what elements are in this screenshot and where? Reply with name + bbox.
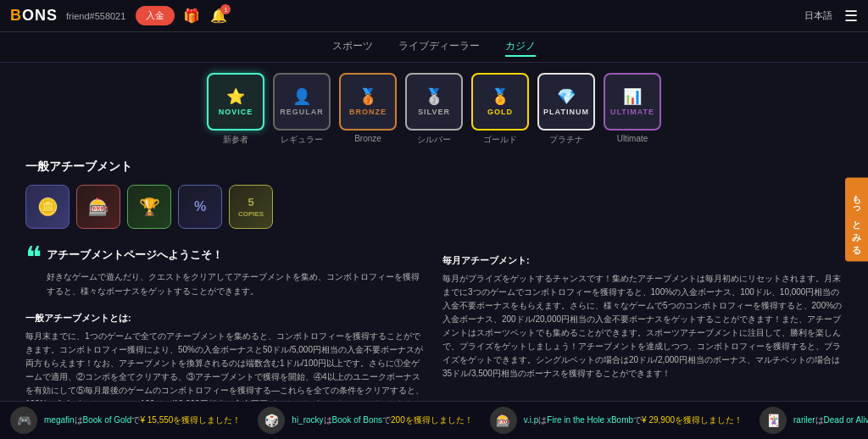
bronze-icon: 🥉 <box>359 87 378 106</box>
rank-badge-gold: 🏅 GOLD <box>471 73 529 131</box>
ticker-game-0: Book of Gold <box>83 415 132 425</box>
ticker-game-2: Fire in the Hole xBomb <box>547 415 633 425</box>
welcome-title: アチーブメントページへようこそ！ <box>47 246 426 264</box>
col-left: ❝ アチーブメントページへようこそ！ 好きなゲームで遊んだり、クエストをクリアし… <box>25 246 426 411</box>
ticker-amount-0: ¥ 15,550を獲得しました！ <box>140 415 241 425</box>
deposit-button[interactable]: 入金 <box>136 6 175 25</box>
copies-label: COPIES <box>238 210 264 218</box>
bronze-label: Bronze <box>354 134 381 143</box>
ticker-user-0: megafin <box>44 415 75 425</box>
ach-coins[interactable]: 🪙 <box>25 185 70 229</box>
platinum-text: PLATINUM <box>543 108 589 116</box>
right-body-text: 毎月がプライズをゲットするチャンスです！集めたアチーブメントは毎月初めにリセット… <box>442 272 843 381</box>
bottom-ticker: 🎮 megafinはBook of Goldで¥ 15,550を獲得しました！ … <box>0 401 868 439</box>
left-section-title: 一般アチーブメントとは: <box>25 310 426 326</box>
bell-icon[interactable]: 🔔 1 <box>210 8 227 24</box>
header: BONS friend#558021 入金 🎁 🔔 1 日本語 ☰ <box>0 0 868 32</box>
copies-number: 5 <box>248 196 253 208</box>
hamburger-icon[interactable]: ☰ <box>844 7 858 25</box>
user-id: friend#558021 <box>66 11 125 21</box>
ticker-amount-2: ¥ 29,900を獲得しました！ <box>642 415 743 425</box>
gold-icon: 🏅 <box>491 87 510 106</box>
rank-silver[interactable]: 🥈 SILVER シルバー <box>405 73 463 146</box>
rank-section: ⭐ NOVICE 新参者 👤 REGULAR レギュラー 🥉 BRONZE Br… <box>25 73 843 146</box>
tab-sports[interactable]: スポーツ <box>332 37 373 57</box>
ticker-avatar-0: 🎮 <box>10 407 37 434</box>
silver-label: シルバー <box>417 134 451 146</box>
rank-badge-ultimate: 📊 ULTIMATE <box>604 73 661 131</box>
ticker-avatar-2: 🎰 <box>490 407 517 434</box>
main-content: ⭐ NOVICE 新参者 👤 REGULAR レギュラー 🥉 BRONZE Br… <box>0 63 868 421</box>
ticker-item-3: 🃏 rarilerはDead or Alive 2 Feature Buyで¥ … <box>760 407 868 434</box>
ticker-user-1: hi_rocky <box>292 415 323 425</box>
gift-icon[interactable]: 🎁 <box>183 8 200 24</box>
quote-mark: ❝ <box>25 242 42 273</box>
rank-gold[interactable]: 🏅 GOLD ゴールド <box>471 73 529 146</box>
novice-icon: ⭐ <box>226 87 246 106</box>
ach-percent[interactable]: % <box>178 185 222 229</box>
platinum-label: プラチナ <box>549 134 583 146</box>
ach-copies[interactable]: 5 COPIES <box>229 185 273 229</box>
rank-badge-novice: ⭐ NOVICE <box>207 73 264 131</box>
rank-badge-platinum: 💎 PLATINUM <box>537 73 595 131</box>
col-right: 毎月アチーブメント: 毎月がプライズをゲットするチャンスです！集めたアチーブメン… <box>442 246 843 411</box>
achievement-icons: 🪙 🎰 🏆 % 5 COPIES <box>25 185 843 229</box>
ticker-text-3: rarilerはDead or Alive 2 Feature Buyで¥ 13… <box>793 414 868 426</box>
ticker-item-0: 🎮 megafinはBook of Goldで¥ 15,550を獲得しました！ <box>10 407 241 434</box>
header-icons: 🎁 🔔 1 <box>183 8 227 24</box>
ticker-item-1: 🎲 hi_rockyはBook of Bonsで200を獲得しました！ <box>258 407 472 434</box>
section-title: 一般アチーブメント <box>25 159 843 175</box>
gold-text: GOLD <box>487 108 513 116</box>
two-col-layout: ❝ アチーブメントページへようこそ！ 好きなゲームで遊んだり、クエストをクリアし… <box>25 246 843 411</box>
ach-top[interactable]: 🏆 <box>127 185 171 229</box>
language-button[interactable]: 日本語 <box>804 9 832 22</box>
logo: BONS <box>10 7 58 25</box>
silver-text: SILVER <box>418 108 450 116</box>
right-section-title: 毎月アチーブメント: <box>442 253 843 269</box>
ticker-user-2: v.i.p <box>524 415 539 425</box>
ach-lottery[interactable]: 🎰 <box>76 185 120 229</box>
silver-icon: 🥈 <box>425 87 444 106</box>
platinum-icon: 💎 <box>557 87 576 106</box>
ticker-avatar-3: 🃏 <box>760 407 787 434</box>
ultimate-icon: 📊 <box>623 87 643 106</box>
rank-badge-bronze: 🥉 BRONZE <box>339 73 397 131</box>
ticker-item-2: 🎰 v.i.pはFire in the Hole xBombで¥ 29,900を… <box>490 407 743 434</box>
rank-bronze[interactable]: 🥉 BRONZE Bronze <box>339 73 397 146</box>
ticker-avatar-1: 🎲 <box>258 407 285 434</box>
tab-live-dealer[interactable]: ライブディーラー <box>398 37 480 57</box>
regular-icon: 👤 <box>292 87 312 106</box>
welcome-subtitle: 好きなゲームで遊んだり、クエストをクリアしてアチーブメントを集め、コンボトロフィ… <box>47 270 426 298</box>
bronze-text: BRONZE <box>349 108 387 116</box>
novice-text: NOVICE <box>219 108 253 116</box>
ticker-game-3: Dead or Alive 2 Feature Buy <box>824 415 868 425</box>
regular-text: REGULAR <box>280 108 324 116</box>
rank-regular[interactable]: 👤 REGULAR レギュラー <box>273 73 331 146</box>
ticker-amount-1: 200を獲得しました！ <box>391 415 473 425</box>
ultimate-text: ULTIMATE <box>610 108 654 116</box>
rank-ultimate[interactable]: 📊 ULTIMATE Ultimate <box>604 73 661 146</box>
ticker-game-1: Book of Bons <box>332 415 382 425</box>
rank-platinum[interactable]: 💎 PLATINUM プラチナ <box>537 73 595 146</box>
rank-badge-regular: 👤 REGULAR <box>273 73 331 131</box>
header-right: 日本語 ☰ <box>804 7 858 25</box>
ticker-user-3: rariler <box>793 415 815 425</box>
left-body-text: 毎月末までに、1つのゲームで全てのアチーブメントを集めると、コンボトロフィーを獲… <box>25 330 426 411</box>
nav-tabs: スポーツ ライブディーラー カジノ <box>0 32 868 63</box>
ticker-text-1: hi_rockyはBook of Bonsで200を獲得しました！ <box>292 414 472 426</box>
ticker-text-2: v.i.pはFire in the Hole xBombで¥ 29,900を獲得… <box>524 414 743 426</box>
ticker-text-0: megafinはBook of Goldで¥ 15,550を獲得しました！ <box>44 414 241 426</box>
gold-label: ゴールド <box>483 134 517 146</box>
notification-badge: 1 <box>220 4 231 14</box>
tab-casino[interactable]: カジノ <box>505 37 536 57</box>
rank-badge-silver: 🥈 SILVER <box>405 73 463 131</box>
novice-label: 新参者 <box>223 134 248 146</box>
regular-label: レギュラー <box>281 134 323 146</box>
side-cta-button[interactable]: もっとみる <box>845 178 868 262</box>
ultimate-label: Ultimate <box>617 134 648 143</box>
rank-novice[interactable]: ⭐ NOVICE 新参者 <box>207 73 264 146</box>
